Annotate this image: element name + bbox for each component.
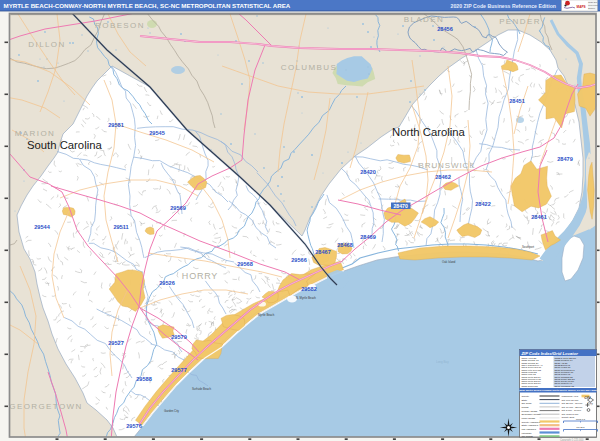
svg-text:Secondary Roads: Secondary Roads: [522, 413, 542, 416]
svg-text:Southport: Southport: [522, 245, 534, 249]
svg-text:2020 Myrtle Beach-Conway-North: 2020 Myrtle Beach-Conway-North Myrtle Be…: [519, 389, 597, 392]
svg-text:Primary Roads: Primary Roads: [522, 410, 539, 413]
svg-text:BLADEN: BLADEN: [404, 15, 444, 24]
svg-text:Long Bay: Long Bay: [436, 360, 449, 364]
svg-text:County Seat: County Seat: [562, 416, 575, 418]
svg-text:29568: 29568: [237, 261, 253, 267]
svg-text:PENDER: PENDER: [499, 17, 541, 26]
svg-text:ZIP Code Index/Grid Locator: ZIP Code Index/Grid Locator: [521, 351, 579, 356]
svg-text:29527: 29527: [108, 340, 124, 346]
svg-text:29579: 29579: [171, 334, 187, 340]
svg-text:28470: 28470: [393, 203, 408, 209]
svg-text:29581 Nichols B1: 29581 Nichols B1: [522, 385, 539, 387]
svg-text:28461: 28461: [531, 214, 547, 220]
svg-text:BRUNSWICK: BRUNSWICK: [419, 161, 476, 170]
svg-text:Edition: Edition: [588, 7, 595, 9]
svg-text:COLUMBUS: COLUMBUS: [281, 63, 338, 72]
svg-text:28479 Winnabow G2: 28479 Winnabow G2: [555, 385, 575, 387]
svg-text:ZIP Code: ZIP Code: [522, 402, 533, 405]
svg-text:28451: 28451: [509, 98, 525, 104]
svg-text:Garden City: Garden City: [164, 409, 180, 413]
svg-text:HORRY: HORRY: [182, 271, 218, 281]
svg-text:28456: 28456: [437, 26, 453, 32]
svg-text:29582: 29582: [301, 286, 317, 292]
svg-text:29545: 29545: [149, 130, 165, 136]
svg-text:South Carolina: South Carolina: [27, 139, 102, 151]
svg-text:County Highways: County Highways: [522, 421, 541, 424]
svg-text:City: City: [587, 401, 593, 406]
svg-text:28479: 28479: [557, 156, 573, 162]
svg-text:State Highways: State Highways: [522, 424, 539, 427]
svg-text:North Carolina: North Carolina: [392, 126, 466, 138]
svg-text:29577: 29577: [171, 367, 187, 373]
svg-text:28422: 28422: [475, 201, 491, 207]
svg-text:GEORGETOWN: GEORGETOWN: [9, 402, 82, 411]
svg-text:Oak Island: Oak Island: [442, 260, 456, 264]
svg-text:km 12.5: km 12.5: [577, 426, 586, 428]
svg-text:28462: 28462: [435, 174, 451, 180]
svg-text:MAPS: MAPS: [577, 5, 586, 9]
svg-text:29511: 29511: [113, 224, 128, 230]
svg-text:Urbanized Area: Urbanized Area: [562, 395, 579, 398]
svg-text:Reference: Reference: [588, 4, 599, 6]
svg-text:Interstate: Interstate: [522, 432, 533, 435]
svg-text:2020 ZIP: 2020 ZIP: [588, 1, 597, 3]
svg-text:ROBESON: ROBESON: [95, 21, 145, 30]
svg-text:Myrtle Beach: Myrtle Beach: [258, 313, 275, 317]
svg-text:29581: 29581: [108, 122, 124, 128]
svg-text:29526: 29526: [159, 280, 175, 286]
svg-text:Toll Roads: Toll Roads: [522, 435, 534, 438]
svg-text:28469: 28469: [360, 234, 376, 240]
svg-text:28468: 28468: [337, 242, 353, 248]
svg-text:29569: 29569: [170, 205, 186, 211]
svg-text:Roads: Roads: [522, 406, 530, 409]
svg-text:28420: 28420: [360, 169, 376, 175]
svg-text:29576: 29576: [126, 423, 142, 429]
svg-text:Minor Roads: Minor Roads: [522, 417, 536, 420]
svg-text:County: County: [522, 395, 530, 398]
svg-text:2020 ZIP Code Business Referen: 2020 ZIP Code Business Reference Edition: [451, 3, 556, 9]
svg-text:29588: 29588: [136, 376, 152, 382]
svg-text:Surfside Beach: Surfside Beach: [192, 387, 211, 391]
svg-text:miles 7.5: miles 7.5: [576, 418, 586, 420]
svg-text:28467: 28467: [315, 249, 331, 255]
svg-text:MARION: MARION: [15, 129, 55, 138]
svg-text:29544: 29544: [34, 224, 50, 230]
svg-text:US Highways: US Highways: [522, 428, 537, 431]
svg-text:29566: 29566: [291, 257, 307, 263]
svg-text:Copyright 1:225,000: Copyright 1:225,000: [560, 438, 584, 441]
svg-text:N. Myrtle Beach: N. Myrtle Beach: [296, 296, 316, 300]
svg-text:DILLON: DILLON: [28, 40, 65, 49]
svg-text:MYRTLE BEACH-CONWAY-NORTH MYRT: MYRTLE BEACH-CONWAY-NORTH MYRTLE BEACH, …: [4, 2, 291, 9]
svg-text:State: State: [522, 399, 528, 402]
